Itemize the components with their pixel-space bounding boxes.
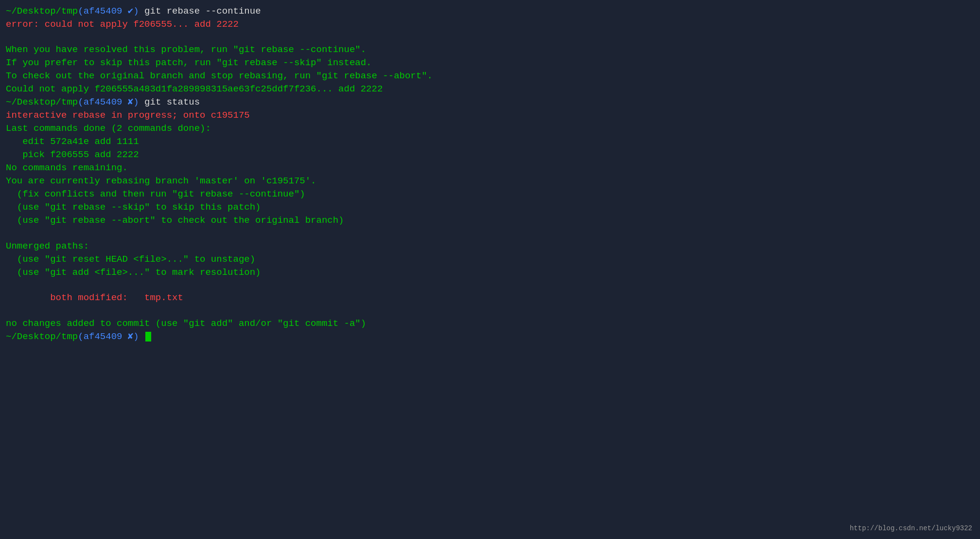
line-14: You are currently rebasing branch 'maste…: [6, 175, 974, 188]
prompt-path-2: ~/Desktop/tmp: [6, 97, 78, 108]
line-18-empty: [6, 227, 974, 240]
line-2: error: could not apply f206555... add 22…: [6, 18, 974, 31]
command-2: git status: [139, 97, 200, 108]
line-26: ~/Desktop/tmp(af45409 ✘): [6, 330, 974, 343]
line-19: Unmerged paths:: [6, 240, 974, 253]
prompt-branch-1: (af45409 ✔): [78, 6, 139, 17]
line-13: No commands remaining.: [6, 162, 974, 175]
line-6: To check out the original branch and sto…: [6, 70, 974, 83]
line-10: Last commands done (2 commands done):: [6, 122, 974, 135]
terminal-content: ~/Desktop/tmp(af45409 ✔) git rebase --co…: [6, 5, 974, 343]
terminal-window: ~/Desktop/tmp(af45409 ✔) git rebase --co…: [0, 0, 980, 539]
prompt-branch-2: (af45409 ✘): [78, 97, 139, 108]
prompt-branch-3: (af45409 ✘): [78, 331, 139, 342]
line-7: Could not apply f206555a483d1fa289898315…: [6, 83, 974, 96]
line-3-empty: [6, 31, 974, 44]
line-17: (use "git rebase --abort" to check out t…: [6, 214, 974, 227]
line-1: ~/Desktop/tmp(af45409 ✔) git rebase --co…: [6, 5, 974, 18]
command-1: git rebase --continue: [139, 6, 261, 17]
line-15: (fix conflicts and then run "git rebase …: [6, 188, 974, 201]
line-11: edit 572a41e add 1111: [6, 135, 974, 148]
line-25: no changes added to commit (use "git add…: [6, 317, 974, 330]
line-12: pick f206555 add 2222: [6, 148, 974, 162]
prompt-path-1: ~/Desktop/tmp: [6, 6, 78, 17]
prompt-path-3: ~/Desktop/tmp: [6, 331, 78, 342]
line-8: ~/Desktop/tmp(af45409 ✘) git status: [6, 96, 974, 109]
line-23: both modified: tmp.txt: [6, 291, 974, 305]
line-16: (use "git rebase --skip" to skip this pa…: [6, 201, 974, 214]
line-20: (use "git reset HEAD <file>..." to unsta…: [6, 253, 974, 266]
command-3: [139, 331, 144, 342]
line-9: interactive rebase in progress; onto c19…: [6, 109, 974, 122]
line-22-empty: [6, 279, 974, 292]
line-4: When you have resolved this problem, run…: [6, 43, 974, 56]
line-5: If you prefer to skip this patch, run "g…: [6, 56, 974, 70]
line-24-empty: [6, 305, 974, 317]
watermark: http://blog.csdn.net/lucky9322: [850, 524, 972, 533]
line-21: (use "git add <file>..." to mark resolut…: [6, 266, 974, 279]
terminal-cursor: [145, 332, 151, 341]
